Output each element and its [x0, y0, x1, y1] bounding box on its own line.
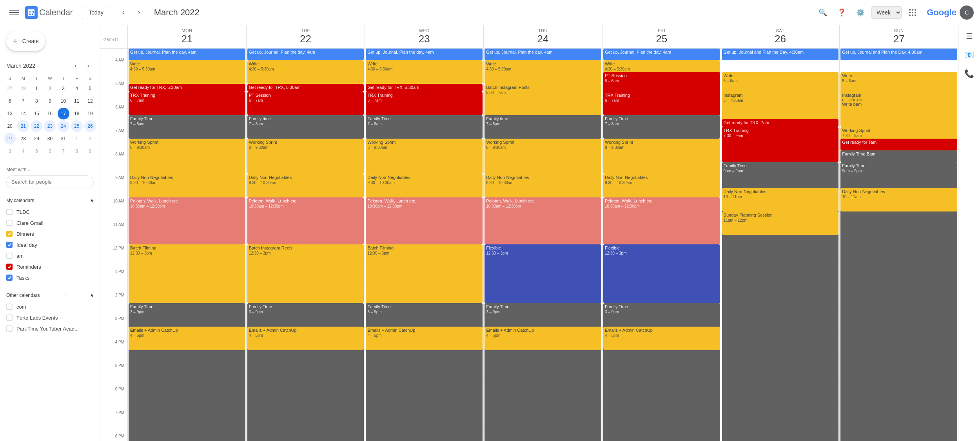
mini-day[interactable]: 5 — [84, 83, 96, 94]
event-item[interactable]: Write4:30 – 5:30am — [485, 60, 601, 84]
event-item[interactable]: Family Time7 – 8am — [129, 115, 245, 139]
mini-day[interactable]: 8 — [31, 95, 42, 107]
view-select[interactable]: Week Day Month Year — [871, 6, 902, 19]
cal-checkbox-dinners[interactable] — [6, 231, 13, 237]
event-item[interactable]: Batch Instagram Reels12:30 – 3pm — [247, 244, 364, 303]
event-item[interactable]: Write bam — [840, 101, 957, 112]
mini-day[interactable]: 2 — [84, 133, 96, 145]
mini-day[interactable]: 27 — [4, 83, 16, 94]
event-item[interactable]: Sunday Planning Session11am – 12pm — [722, 211, 839, 235]
mini-day[interactable]: 31 — [58, 133, 69, 145]
mini-day[interactable]: 7 — [58, 145, 69, 157]
mini-day[interactable]: 16 — [44, 108, 56, 119]
event-item[interactable]: Daily Non-Negotiables9:30 – 10:30am — [129, 174, 245, 197]
event-item[interactable]: Emails + Admin CatchUp4 – 5pm — [366, 327, 483, 350]
mini-day[interactable]: 1 — [31, 83, 42, 94]
event-item[interactable]: Family Time3 – 9pm — [129, 303, 245, 441]
event-item[interactable]: Get up, Journal, Plan the day, 4am — [247, 49, 364, 60]
calendar-item-forte[interactable]: Forte Labs Events — [0, 312, 100, 323]
event-item[interactable]: Peloton, Walk, Lunch etc.10:30am – 12:30… — [247, 197, 364, 244]
event-item[interactable]: Peloton, Walk, Lunch etc.10:30am – 12:30… — [485, 197, 601, 244]
event-item[interactable]: Emails + Admin CatchUp4 – 5pm — [129, 327, 245, 350]
mini-day[interactable]: 13 — [4, 108, 16, 119]
mini-day[interactable]: 4 — [71, 83, 83, 94]
mini-day[interactable]: 12 — [84, 95, 96, 107]
my-calendars-header[interactable]: My calendars ∧ — [0, 195, 100, 206]
event-item[interactable]: Daily Non-Negotiables10 – 11am — [722, 188, 839, 211]
event-item[interactable]: TRX Training6 – 7am — [129, 92, 245, 115]
mini-day[interactable]: 24 — [58, 120, 69, 132]
event-item[interactable]: Working Sprint8 – 9:30am — [247, 139, 364, 174]
event-item[interactable]: Working Sprint8 – 9:30am — [603, 139, 720, 174]
mini-day[interactable]: 1 — [71, 133, 83, 145]
event-item[interactable]: Flexible12:30 – 3pm — [603, 244, 720, 303]
calendar-item-tasks[interactable]: Tasks — [0, 272, 100, 283]
mini-day[interactable]: 25 — [71, 120, 83, 132]
search-button[interactable]: 🔍 — [815, 5, 831, 20]
settings-button[interactable]: ⚙️ — [853, 5, 868, 20]
event-item[interactable]: Family Time3 – 9pm — [366, 303, 483, 441]
calendar-item-com[interactable]: com — [0, 301, 100, 312]
event-item[interactable]: Family time7 – 8am — [485, 115, 601, 139]
mini-day[interactable]: 11 — [71, 95, 83, 107]
day-header-tue[interactable]: TUE 22 — [247, 25, 365, 48]
event-item[interactable]: Family Time3 – 9pm — [603, 303, 720, 441]
event-item[interactable]: Write4:30 – 5:30am — [247, 60, 364, 84]
mini-day[interactable]: 26 — [84, 120, 96, 132]
cal-checkbox-ptyt[interactable] — [6, 325, 13, 332]
event-item[interactable]: Write4:30 – 5:30am — [366, 60, 483, 84]
event-item[interactable]: TRX Training6 – 7am — [603, 92, 720, 115]
event-item[interactable]: Working Sprint8 – 9:30am — [129, 139, 245, 174]
mini-day[interactable]: 14 — [17, 108, 29, 119]
right-panel-icon-2[interactable]: 📧 — [962, 47, 977, 63]
mini-day[interactable]: 27 — [4, 133, 16, 145]
day-header-sat[interactable]: SAT 26 — [721, 25, 840, 48]
day-header-sun[interactable]: SUN 27 — [840, 25, 958, 48]
calendar-item-ptyt[interactable]: Part-Time YouTuber Acad... — [0, 323, 100, 334]
mini-cal-next[interactable]: › — [83, 60, 94, 71]
calendar-item-reminders[interactable]: Reminders — [0, 261, 100, 272]
cal-checkbox-reminders[interactable] — [6, 264, 13, 270]
mini-day[interactable]: 6 — [4, 95, 16, 107]
help-button[interactable]: ❓ — [834, 5, 849, 20]
mini-day[interactable]: 8 — [71, 145, 83, 157]
day-header-mon[interactable]: MON 21 — [128, 25, 247, 48]
cal-checkbox-com[interactable] — [6, 304, 13, 310]
mini-day[interactable]: 28 — [17, 133, 29, 145]
right-panel-icon-1[interactable]: ☰ — [962, 28, 977, 44]
mini-day[interactable]: 22 — [31, 120, 42, 132]
mini-cal-prev[interactable]: ‹ — [70, 60, 81, 71]
event-item[interactable]: PT Session6 – 7am — [247, 92, 364, 115]
mini-day[interactable]: 18 — [71, 108, 83, 119]
cal-checkbox-clare[interactable] — [6, 220, 13, 226]
event-item[interactable]: TRX Training7:30 – 9am — [722, 127, 839, 162]
event-item[interactable]: Get up, Journal, Plan the day, 4am — [366, 49, 483, 60]
today-button[interactable]: Today — [82, 6, 110, 19]
event-item[interactable]: Family Time3 – 9pm — [247, 303, 364, 441]
cal-checkbox-idealday[interactable] — [6, 242, 13, 248]
create-button[interactable]: + Create — [6, 31, 45, 51]
event-item[interactable]: Emails + Admin CatchUp4 – 5pm — [603, 327, 720, 350]
mini-day[interactable]: 23 — [44, 120, 56, 132]
event-item[interactable]: Family Time7 – 8am — [603, 115, 720, 139]
prev-arrow[interactable]: ‹ — [116, 5, 131, 20]
mini-day[interactable]: 19 — [84, 108, 96, 119]
menu-icon[interactable] — [6, 5, 22, 20]
event-item[interactable]: Daily Non-Negotiables9:30 – 10:30am — [366, 174, 483, 197]
mini-day-today[interactable]: 17 — [58, 108, 69, 119]
event-item[interactable]: Get ready for TRX, 7am — [722, 119, 839, 127]
event-item[interactable]: Family Time Bam — [840, 150, 957, 162]
day-header-fri[interactable]: FRI 25 — [603, 25, 721, 48]
event-item[interactable]: Peloton, Walk, Lunch etc.10:30am – 12:30… — [366, 197, 483, 244]
event-item[interactable]: Daily Non-Negotiables10 – 11am — [840, 188, 957, 211]
event-item[interactable]: Family Time3 – 9pm — [485, 303, 601, 441]
cal-checkbox-forte[interactable] — [6, 314, 13, 321]
calendar-item-clare[interactable]: Clare Gmail — [0, 217, 100, 228]
other-calendars-header[interactable]: Other calendars + ∧ — [0, 289, 100, 301]
event-item[interactable]: Peloton, Walk, Lunch etc10:30am – 12:30p… — [603, 197, 720, 244]
right-panel-icon-3[interactable]: 📞 — [962, 66, 977, 81]
event-item[interactable]: Get up, Journal, Plan the day, 4am — [129, 49, 245, 60]
apps-icon[interactable] — [905, 5, 920, 20]
event-item[interactable]: Get ready for TRX, 5:30am — [366, 84, 483, 92]
event-item[interactable]: Batch Filming12:30 – 3pm — [366, 244, 483, 303]
